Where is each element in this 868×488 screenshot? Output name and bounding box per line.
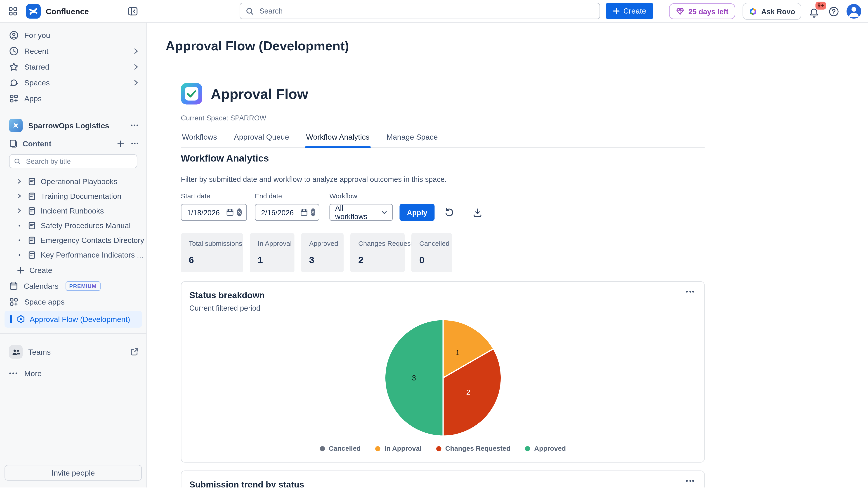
search-icon (246, 7, 254, 15)
sidebar-item-for-you[interactable]: For you (0, 27, 147, 43)
content-search-input[interactable] (25, 157, 132, 166)
workflow-field: Workflow All workflows (330, 192, 393, 221)
tree-item-label: Safety Procedures Manual (41, 221, 131, 230)
content-header: Content (0, 135, 147, 152)
stat-label: Approved (309, 239, 336, 248)
tab-manage-space[interactable]: Manage Space (385, 133, 439, 148)
svg-text:2: 2 (466, 388, 470, 396)
svg-text:3: 3 (412, 374, 416, 382)
legend-item: Cancelled (320, 445, 361, 453)
start-date-field: Start date ✕ (181, 192, 247, 221)
sidebar-item-starred[interactable]: Starred (0, 59, 147, 74)
workflow-select[interactable]: All workflows (330, 204, 393, 221)
chevron-right-icon[interactable] (16, 208, 23, 214)
sidebar-item-approval-flow[interactable]: Approval Flow (Development) (4, 311, 142, 328)
stat-value: 0 (419, 255, 444, 266)
end-date-input[interactable] (260, 207, 297, 217)
sidebar-item-calendars[interactable]: Calendars PREMIUM (0, 278, 147, 294)
content-more-icon[interactable] (131, 142, 138, 144)
card-menu-icon[interactable] (684, 289, 696, 295)
sidebar-item-more[interactable]: More (0, 363, 147, 384)
tree-item[interactable]: Safety Procedures Manual (0, 218, 147, 233)
main-content: Approval Flow (Development) Approval Flo… (147, 23, 868, 488)
tab-workflows[interactable]: Workflows (181, 133, 218, 148)
tree-item-label: Emergency Contacts Directory (41, 236, 144, 245)
tree-item-label: Operational Playbooks (41, 177, 118, 186)
legend-dot-approved (525, 446, 530, 451)
app-switcher-icon[interactable] (8, 6, 18, 16)
divider (0, 333, 147, 334)
space-more-icon[interactable] (131, 124, 138, 127)
chevron-right-icon (133, 79, 138, 86)
calendar-icon[interactable] (226, 208, 234, 217)
tree-item[interactable]: Emergency Contacts Directory (0, 233, 147, 248)
stat-cancelled: Cancelled 0 (411, 233, 452, 272)
add-content-icon[interactable] (117, 140, 125, 147)
tree-item[interactable]: Training Documentation (0, 189, 147, 203)
clear-start-date-icon[interactable]: ✕ (237, 208, 242, 217)
sidebar-footer: Invite people (0, 459, 147, 488)
card-menu-icon[interactable] (684, 478, 696, 484)
rovo-logo-icon (749, 7, 757, 15)
legend-item: Changes Requested (436, 445, 510, 453)
app-window: Confluence Create 25 days left (0, 0, 868, 488)
tab-approval-queue[interactable]: Approval Queue (233, 133, 290, 148)
tree-item-label: Training Documentation (41, 192, 121, 200)
legend-label: Changes Requested (445, 445, 510, 453)
tree-item[interactable]: Incident Runbooks (0, 203, 147, 218)
sidebar-item-teams[interactable]: Teams (0, 341, 147, 363)
ask-rovo-button[interactable]: Ask Rovo (743, 3, 801, 20)
search-icon (14, 158, 21, 165)
trial-days-button[interactable]: 25 days left (669, 3, 735, 19)
workflow-label: Workflow (330, 192, 393, 200)
confluence-logo-icon[interactable] (26, 4, 41, 18)
tab-bar: Workflows Approval Queue Workflow Analyt… (181, 133, 705, 148)
sidebar-item-space-apps[interactable]: Space apps (0, 294, 147, 310)
sidebar-item-spaces[interactable]: Spaces (0, 74, 147, 90)
hexagon-app-icon (16, 315, 25, 324)
gem-icon (676, 7, 685, 15)
bullet-marker (16, 254, 23, 256)
sidebar-create-label: Create (29, 266, 52, 274)
sidebar-item-label: Spaces (24, 78, 50, 87)
legend-item: Approved (525, 445, 566, 453)
calendars-label: Calendars (24, 282, 59, 290)
space-header[interactable]: SparrowOps Logistics (0, 116, 147, 135)
create-button[interactable]: Create (606, 3, 653, 20)
global-search[interactable] (240, 3, 600, 20)
stat-total-submissions: Total submissions 6 (181, 233, 243, 272)
chevron-right-icon[interactable] (16, 178, 23, 184)
legend-label: Approved (534, 445, 566, 453)
reset-filters-icon[interactable] (445, 204, 455, 221)
apply-button[interactable]: Apply (400, 204, 435, 221)
sidebar-item-recent[interactable]: Recent (0, 43, 147, 59)
current-space-label: Current Space: SPARROW (181, 114, 705, 122)
collapse-sidebar-icon[interactable] (128, 6, 138, 15)
user-avatar[interactable] (846, 4, 861, 19)
doc-icon (28, 192, 36, 200)
pages-icon (9, 139, 18, 148)
search-input[interactable] (258, 6, 594, 16)
tab-workflow-analytics[interactable]: Workflow Analytics (305, 133, 371, 148)
content-search[interactable] (9, 154, 137, 168)
section-description: Filter by submitted date and workflow to… (181, 175, 705, 184)
active-app-label: Approval Flow (Development) (30, 315, 130, 324)
help-icon[interactable] (829, 6, 839, 17)
end-date-label: End date (255, 192, 319, 200)
page-title: Approval Flow (Development) (166, 38, 868, 54)
chevron-right-icon[interactable] (16, 193, 23, 199)
content-header-label: Content (23, 139, 52, 148)
clear-end-date-icon[interactable]: ✕ (311, 208, 315, 217)
start-date-input[interactable] (186, 207, 223, 217)
svg-text:1: 1 (455, 349, 459, 357)
invite-people-button[interactable]: Invite people (4, 465, 142, 481)
bullet-marker (16, 239, 23, 241)
tree-item[interactable]: Operational Playbooks (0, 174, 147, 189)
calendar-icon[interactable] (300, 208, 308, 217)
sidebar-create-button[interactable]: Create (0, 262, 147, 278)
sidebar-item-apps[interactable]: Apps (0, 90, 147, 106)
tree-item[interactable]: Key Performance Indicators ... (0, 248, 147, 262)
notifications-button[interactable]: 9+ (809, 4, 821, 19)
download-icon[interactable] (473, 204, 482, 221)
create-button-label: Create (623, 7, 646, 15)
